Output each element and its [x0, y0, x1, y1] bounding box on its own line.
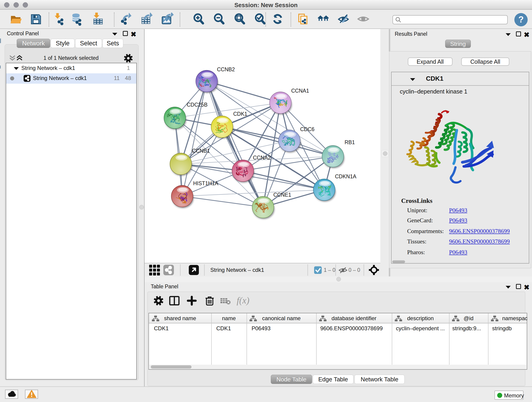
svg-text:CDC6: CDC6 — [300, 126, 315, 132]
svg-text:CCNE1: CCNE1 — [273, 192, 291, 198]
svg-text:CCNA1: CCNA1 — [291, 88, 309, 94]
svg-text:CCNB1: CCNB1 — [192, 148, 210, 154]
svg-text:RB1: RB1 — [345, 139, 355, 145]
svg-text:CDC25B: CDC25B — [187, 102, 208, 108]
svg-text:CDKN1A: CDKN1A — [335, 173, 356, 179]
svg-text:HIST1H1A: HIST1H1A — [193, 180, 219, 186]
svg-text:CCNB2: CCNB2 — [217, 66, 235, 72]
svg-text:CDK1: CDK1 — [233, 111, 247, 117]
svg-text:CCNA2: CCNA2 — [253, 155, 271, 161]
